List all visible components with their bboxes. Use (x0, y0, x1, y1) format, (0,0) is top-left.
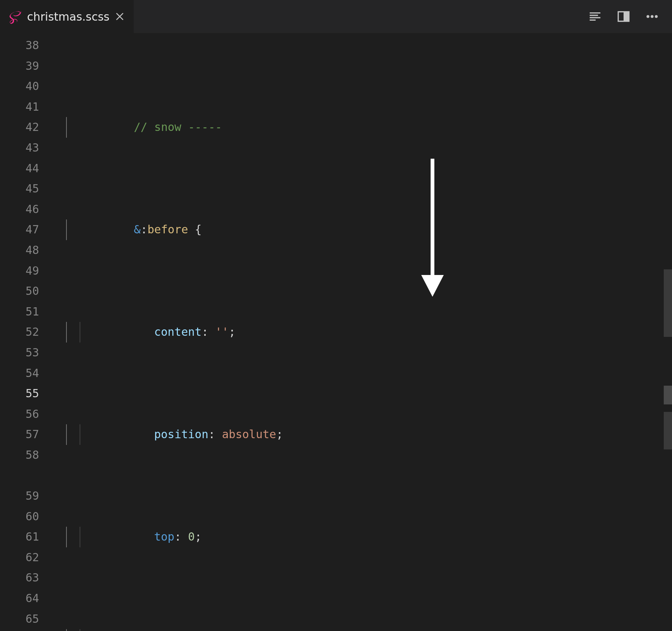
svg-point-0 (646, 15, 649, 18)
code-area[interactable]: // snow ----- &:before { content: ''; po… (53, 33, 672, 631)
code-editor[interactable]: 38 39 40 41 42 43 44 45 46 47 48 49 50 5… (0, 33, 672, 631)
editor-tab-bar: christmas.scss (0, 0, 672, 33)
more-actions-icon[interactable] (645, 9, 659, 24)
svg-point-1 (651, 15, 654, 18)
svg-point-2 (655, 15, 658, 18)
line-number: 38 (0, 35, 39, 56)
split-editor-icon[interactable] (616, 9, 631, 24)
tab-actions (588, 9, 672, 24)
lines-icon[interactable] (588, 9, 602, 24)
tab-christmas-scss[interactable]: christmas.scss (0, 0, 134, 33)
svg-marker-4 (421, 275, 444, 297)
close-icon[interactable] (115, 12, 125, 21)
tab-filename: christmas.scss (27, 10, 110, 23)
editor-scrollbar[interactable] (664, 33, 672, 631)
line-number-gutter: 38 39 40 41 42 43 44 45 46 47 48 49 50 5… (0, 33, 53, 631)
sass-icon (7, 9, 22, 24)
